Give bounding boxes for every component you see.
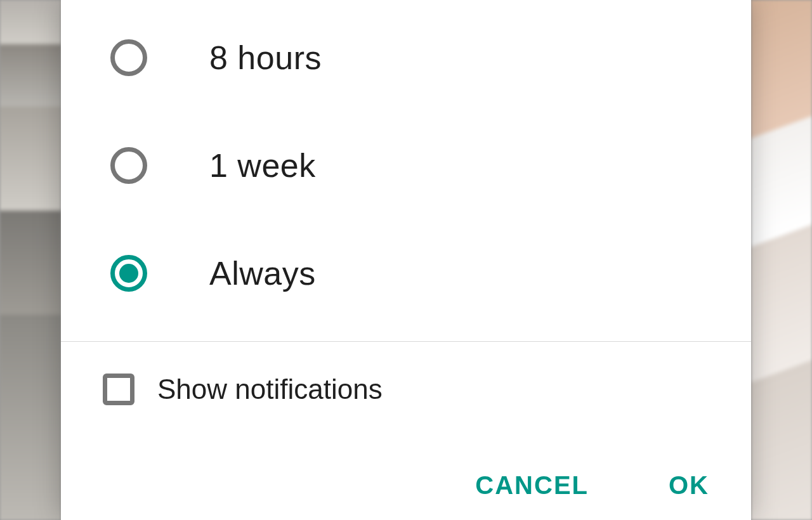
mute-dialog: 8 hours 1 week Always Show notifications… — [61, 0, 751, 520]
option-label: 8 hours — [209, 39, 322, 77]
radio-icon — [110, 255, 147, 292]
background-right — [751, 0, 812, 520]
radio-icon — [110, 147, 147, 184]
option-1-week[interactable]: 1 week — [61, 112, 751, 219]
option-label: Always — [209, 254, 316, 292]
background-left — [0, 0, 61, 520]
show-notifications-row[interactable]: Show notifications — [61, 342, 751, 437]
option-always[interactable]: Always — [61, 219, 751, 327]
option-8-hours[interactable]: 8 hours — [61, 4, 751, 112]
checkbox-icon — [103, 374, 134, 405]
dialog-button-row: CANCEL OK — [61, 466, 751, 520]
duration-option-group: 8 hours 1 week Always — [61, 0, 751, 327]
cancel-button[interactable]: CANCEL — [473, 466, 591, 505]
radio-icon — [110, 39, 147, 76]
ok-button[interactable]: OK — [666, 466, 712, 505]
option-label: 1 week — [209, 146, 316, 185]
checkbox-label: Show notifications — [157, 374, 383, 405]
